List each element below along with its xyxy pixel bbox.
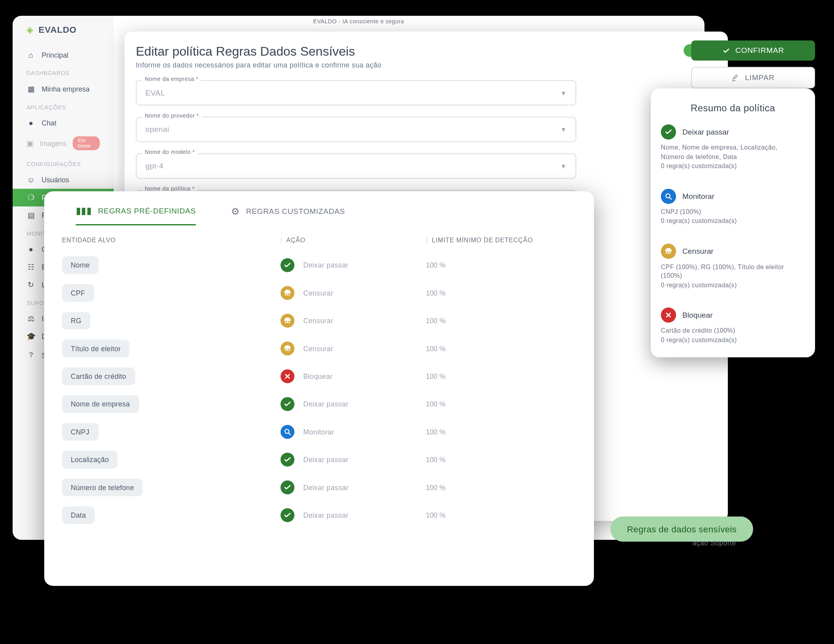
scale-icon: ⚖ [26, 315, 35, 323]
th-limit: LIMITE MÍNIMO DE DETECÇÃO [432, 237, 533, 244]
limit-value: 100 % [412, 373, 582, 380]
confirm-button[interactable]: CONFIRMAR [691, 40, 815, 60]
chat-icon: ● [26, 119, 35, 127]
nav-usuarios[interactable]: ☺Usuários [13, 171, 114, 189]
action-text: Bloquear [303, 373, 332, 380]
policy-summary-card: Resumo da política Deixar passar Nome, N… [651, 88, 815, 358]
select-provedor[interactable]: openai▼ [136, 117, 576, 142]
limit-value: 100 % [412, 400, 582, 408]
field-label-empresa: Nome da empresa * [142, 76, 201, 82]
table-row[interactable]: NomeDeixar passar100 % [52, 251, 586, 279]
entity-chip: Data [62, 506, 95, 524]
chevron-down-icon: ▼ [560, 163, 567, 170]
action-text: Deixar passar [303, 511, 349, 519]
nav-section-config: CONFIGURAÇÕES [13, 155, 114, 171]
table-row[interactable]: Nome de empresaDeixar passar100 % [52, 390, 586, 418]
entity-chip: Cartão de crédito [62, 367, 135, 385]
nav-imagens[interactable]: ▣ImagensEm breve [13, 132, 114, 155]
user-icon: ☺ [26, 176, 35, 184]
brand: ◈ EVALDO [13, 24, 114, 35]
summary-censor: Censurar CPF (100%), RG (100%), Título d… [661, 243, 805, 290]
calendar-icon: ☷ [26, 263, 35, 271]
limit-value: 100 % [412, 289, 582, 297]
field-label-modelo: Nome do modelo * [142, 149, 197, 155]
summary-monitor: Monitorar CNPJ (100%) 0 regra(s) customi… [661, 189, 805, 226]
limit-value: 100 % [412, 345, 582, 352]
limit-value: 100 % [412, 511, 582, 519]
help-icon: ？ [26, 350, 35, 360]
censor-icon [280, 314, 294, 328]
summary-pass: Deixar passar Nome, Nome de empresa, Loc… [661, 124, 805, 171]
footer-tag: Regras de dados sensíveis [610, 517, 753, 542]
entity-chip: Nome de empresa [62, 395, 139, 413]
table-row[interactable]: DataDeixar passar100 % [52, 501, 586, 529]
table-row[interactable]: RGCensurar100 % [52, 307, 586, 335]
summary-block: Bloquear Cartão de crédito (100%) 0 regr… [661, 307, 805, 344]
broom-icon [732, 73, 740, 82]
pass-icon [280, 397, 294, 411]
entity-chip: RG [62, 312, 90, 329]
entity-chip: CPF [62, 284, 94, 302]
limit-value: 100 % [412, 317, 582, 324]
nav-principal[interactable]: ⌂Principal [13, 46, 114, 64]
select-empresa[interactable]: EVAL▼ [136, 80, 576, 105]
entity-chip: Nome [62, 256, 99, 274]
image-icon: ▣ [26, 139, 34, 148]
table-row[interactable]: CNPJMonitorar100 % [52, 418, 586, 446]
field-label-provedor: Nome do provedor * [142, 112, 201, 119]
table-row[interactable]: Título de eleitorCensurar100 % [52, 335, 586, 362]
entity-chip: Título de eleitor [62, 340, 130, 358]
entity-chip: CNPJ [62, 423, 98, 441]
brand-text: EVALDO [39, 24, 77, 35]
censor-icon [661, 243, 676, 258]
table-row[interactable]: CPFCensurar100 % [52, 279, 586, 307]
table-row[interactable]: Cartão de créditoBloquear100 % [52, 362, 586, 390]
table-row[interactable]: LocalizaçãoDeixar passar100 % [52, 446, 586, 474]
nav-chat[interactable]: ●Chat [13, 114, 114, 132]
action-buttons: CONFIRMAR LIMPAR [691, 40, 815, 88]
clear-button[interactable]: LIMPAR [691, 67, 815, 88]
monitor-icon [661, 189, 676, 204]
censor-icon [280, 342, 294, 356]
tab-predefined[interactable]: ▮▮▮REGRAS PRÉ-DEFINIDAS [76, 205, 196, 225]
block-icon [661, 307, 676, 322]
form-subtitle: Informe os dados necessários para editar… [136, 61, 381, 69]
select-modelo[interactable]: gpt-4▼ [136, 154, 576, 179]
monitor-icon [280, 425, 294, 439]
action-text: Censurar [303, 345, 333, 352]
pass-icon [280, 508, 294, 522]
table-row[interactable]: Número de telefoneDeixar passar100 % [52, 474, 586, 501]
form-title: Editar política Regras Dados Sensíveis [136, 44, 381, 59]
pass-icon [280, 453, 294, 466]
limit-value: 100 % [412, 428, 582, 436]
clock-icon: ↻ [26, 280, 35, 289]
limit-value: 100 % [412, 484, 582, 491]
block-icon [280, 369, 294, 383]
table-header: ENTIDADE ALVO | AÇÃO | LIMITE MÍNIMO DE … [52, 225, 586, 251]
censor-icon [280, 286, 294, 300]
pass-icon [661, 124, 676, 139]
nav-minha-empresa[interactable]: ▦Minha empresa [13, 80, 114, 98]
pass-icon [280, 481, 294, 494]
badge-em-breve: Em breve [73, 137, 100, 150]
brand-logo-icon: ◈ [26, 24, 34, 35]
limit-value: 100 % [412, 261, 582, 269]
window-title: EVALDO - IA consciente e segura [13, 16, 704, 27]
check-icon [722, 47, 731, 55]
action-text: Censurar [303, 317, 333, 324]
pass-icon [280, 258, 294, 272]
chat-icon: ● [26, 245, 35, 254]
action-text: Monitorar [303, 428, 334, 436]
gear-icon: ⚙ [231, 206, 239, 217]
th-action: AÇÃO [286, 237, 306, 244]
action-text: Deixar passar [303, 400, 349, 408]
chevron-down-icon: ▼ [560, 126, 567, 133]
nav-section-dashboards: DASHBOARDS [13, 64, 114, 80]
action-text: Deixar passar [303, 261, 349, 269]
th-entity: ENTIDADE ALVO [56, 237, 281, 244]
nav-section-aplicacoes: APLICAÇÕES [13, 98, 114, 114]
action-text: Censurar [303, 289, 333, 297]
book-icon: 🎓 [26, 332, 35, 341]
tab-custom[interactable]: ⚙REGRAS CUSTOMIZADAS [231, 205, 345, 225]
limit-value: 100 % [412, 456, 582, 463]
